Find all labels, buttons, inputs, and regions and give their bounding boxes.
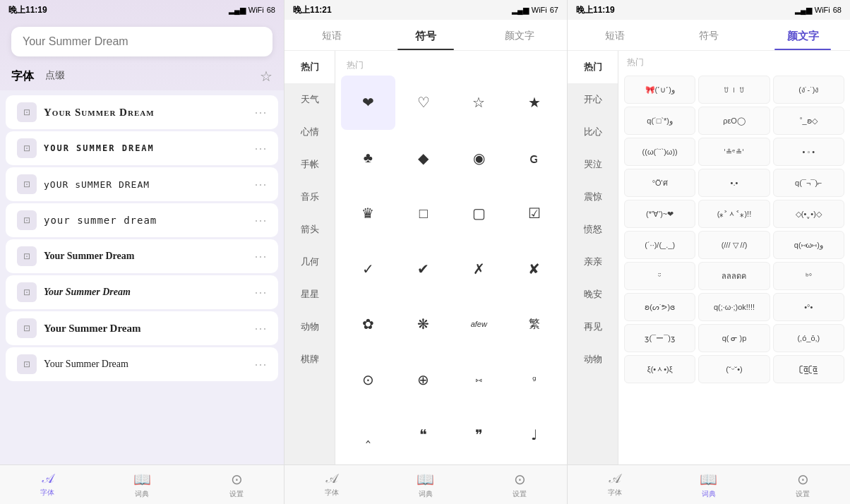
kaomoji-cell[interactable]: 🎀(ʼ∪ʼ)و (624, 76, 695, 104)
kaomoji-cell[interactable]: (,ó_ō,) (773, 324, 844, 352)
favorite-icon[interactable]: ☆ (260, 68, 273, 85)
sidebar-item-shock[interactable]: 震惊 (568, 181, 618, 213)
symbol-cell[interactable]: ⊙ (341, 353, 395, 407)
kaomoji-cell[interactable]: ˈ≗ᵉ≗ˈ (698, 138, 770, 166)
symbol-cell[interactable]: ☆ (452, 76, 506, 130)
kaomoji-cell[interactable]: (´··)/(_._) (624, 231, 695, 259)
tab-font[interactable]: 字体 (11, 69, 34, 84)
nav-item-font-2[interactable]: 𝒜 字体 (285, 465, 378, 504)
list-item[interactable]: ⊡ Your Summer Dream ⋯ (6, 275, 278, 309)
list-item[interactable]: ⊡ Your Summer Dream ⋯ (6, 347, 278, 381)
symbol-cell[interactable]: ⑅ (452, 353, 506, 407)
kaomoji-cell[interactable]: ʒ(¯ー¯)ʒ (624, 324, 695, 352)
nav-item-dict-3[interactable]: 📖 词典 (662, 465, 755, 504)
sidebar-item-star[interactable]: 星星 (285, 278, 335, 311)
tab-phrases-2[interactable]: 短语 (285, 20, 378, 50)
tab-symbols-3[interactable]: 符号 (662, 20, 755, 50)
tab-kaomoji-3[interactable]: 颜文字 (756, 20, 850, 50)
kaomoji-cell[interactable]: (˘ᵕ˘•) (698, 355, 770, 383)
sidebar-item-animal-k[interactable]: 动物 (568, 343, 618, 376)
symbol-cell[interactable]: ◆ (397, 131, 451, 186)
tab-phrases-3[interactable]: 短语 (568, 20, 662, 50)
symbol-cell[interactable]: ɢ (508, 131, 562, 186)
more-icon[interactable]: ⋯ (254, 284, 267, 300)
symbol-cell[interactable]: ◉ (452, 131, 506, 186)
kaomoji-cell[interactable]: ((ω(´¨`)ω)) (624, 138, 695, 166)
list-item[interactable]: ⊡ yOUR sUMMER DREAM ⋯ (6, 167, 278, 201)
more-icon[interactable]: ⋯ (254, 320, 267, 336)
more-icon[interactable]: ⋯ (254, 104, 267, 120)
nav-item-settings-1[interactable]: ⊙ 设置 (189, 465, 284, 504)
symbol-cell[interactable]: ❋ (397, 297, 451, 352)
kaomoji-cell[interactable]: ʚ(ᔕ˙ᕗ)ɞ (624, 293, 695, 321)
symbol-cell[interactable]: ✿ (341, 297, 395, 352)
kaomoji-cell[interactable]: •.• (698, 169, 770, 197)
sidebar-item-mood[interactable]: 心情 (285, 116, 335, 148)
sidebar-item-kiss[interactable]: 亲亲 (568, 246, 618, 278)
symbol-cell[interactable]: ‸ (341, 408, 395, 462)
nav-item-settings-3[interactable]: ⊙ 设置 (756, 465, 850, 504)
kaomoji-cell[interactable]: (ง˙-˙)ง (773, 76, 844, 104)
symbol-cell[interactable]: ❤ (341, 76, 395, 130)
symbol-cell[interactable]: ❝ (397, 408, 451, 462)
list-item[interactable]: ⊡ YOUR SUMMER DREAM ⋯ (6, 131, 278, 165)
symbol-cell[interactable]: ✔ (397, 242, 451, 296)
kaomoji-cell[interactable]: ꀎ꒐ꀎ (698, 76, 770, 104)
kaomoji-cell[interactable]: ˚_ʚ◇ (773, 107, 844, 135)
kaomoji-cell[interactable]: q(´□`*)و (624, 107, 695, 135)
sidebar-item-weather[interactable]: 天气 (285, 83, 335, 116)
sidebar-item-angry[interactable]: 愤怒 (568, 213, 618, 246)
search-input[interactable] (11, 27, 273, 56)
kaomoji-cell[interactable]: q(¯¬¯)⌐ (773, 169, 844, 197)
more-icon[interactable]: ⋯ (254, 140, 267, 156)
kaomoji-cell[interactable]: ลลลดค (698, 262, 770, 290)
kaomoji-cell[interactable]: q(;·ω·;)ok!!!! (698, 293, 770, 321)
sidebar-item-animal[interactable]: 动物 (285, 311, 335, 343)
kaomoji-cell[interactable]: • ◦ • (773, 138, 844, 166)
kaomoji-cell[interactable]: q(⑅ω⑅)و (773, 231, 844, 259)
kaomoji-cell[interactable]: ξ(•ᆺ•)ξ (624, 355, 695, 383)
kaomoji-cell[interactable]: ◇(•ˬ•)◇ (773, 200, 844, 228)
kaomoji-cell[interactable]: q( ᓂ )p (698, 324, 770, 352)
symbol-cell[interactable]: 繁 (508, 297, 562, 352)
kaomoji-cell[interactable]: (⁎˃ᆺ˂⁎)!! (698, 200, 770, 228)
sidebar-item-hot-k[interactable]: 热门 (568, 51, 618, 83)
kaomoji-cell[interactable]: ʗα̲̅ʗα̲̅ (773, 355, 844, 383)
kaomoji-cell[interactable]: ρεΟ◯ (698, 107, 770, 135)
list-item[interactable]: ⊡ Your Summer Dream ⋯ (6, 239, 278, 273)
symbol-cell[interactable]: □ (397, 186, 451, 241)
sidebar-item-cry[interactable]: 哭泣 (568, 148, 618, 181)
symbol-cell[interactable]: ✓ (341, 242, 395, 296)
kaomoji-cell[interactable]: ᵇ° (773, 262, 844, 290)
more-icon[interactable]: ⋯ (254, 356, 267, 372)
sidebar-item-love[interactable]: 比心 (568, 116, 618, 148)
sidebar-item-happy[interactable]: 开心 (568, 83, 618, 116)
nav-item-dict-1[interactable]: 📖 词典 (95, 465, 189, 504)
kaomoji-cell[interactable]: (/// ▽ //) (698, 231, 770, 259)
sidebar-item-goodnight[interactable]: 晚安 (568, 278, 618, 311)
sidebar-item-arrow[interactable]: 箭头 (285, 213, 335, 246)
more-icon[interactable]: ⋯ (254, 212, 267, 228)
sidebar-item-music[interactable]: 音乐 (285, 181, 335, 213)
list-item[interactable]: ⊡ your summer dream ⋯ (6, 203, 278, 237)
more-icon[interactable]: ⋯ (254, 248, 267, 264)
nav-item-font-1[interactable]: 𝒜 字体 (0, 465, 95, 504)
symbol-cell[interactable]: ❞ (452, 408, 506, 462)
nav-item-font-3[interactable]: 𝒜 字体 (568, 465, 662, 504)
symbol-cell[interactable]: ♣ (341, 131, 395, 186)
symbol-cell[interactable]: ♡ (397, 76, 451, 130)
symbol-cell[interactable]: afew (452, 297, 506, 352)
sidebar-item-hot[interactable]: 热门 (285, 51, 335, 83)
symbol-cell[interactable]: ★ (508, 76, 562, 130)
kaomoji-cell[interactable]: ᵕ̈ (624, 262, 695, 290)
more-icon[interactable]: ⋯ (254, 176, 267, 192)
symbol-cell[interactable]: ✗ (452, 242, 506, 296)
symbol-cell[interactable]: ♩ (508, 408, 562, 462)
kaomoji-cell[interactable]: (*'∀')~❤ (624, 200, 695, 228)
symbol-cell[interactable]: ♛ (341, 186, 395, 241)
tab-decoration[interactable]: 点缀 (45, 69, 65, 84)
kaomoji-cell[interactable]: °Ö'ศ (624, 169, 695, 197)
kaomoji-cell[interactable]: •°• (773, 293, 844, 321)
sidebar-item-journal[interactable]: 手帐 (285, 148, 335, 181)
sidebar-item-bye[interactable]: 再见 (568, 311, 618, 343)
